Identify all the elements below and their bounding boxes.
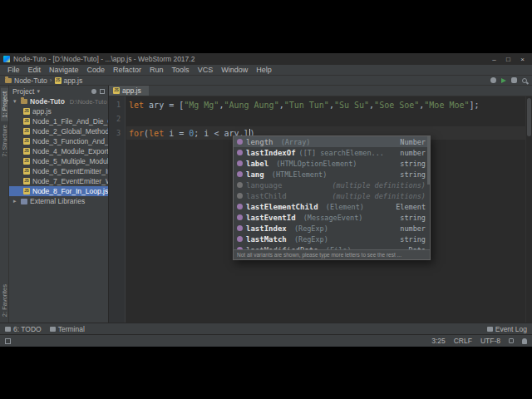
- editor-scrollbar[interactable]: [525, 96, 532, 323]
- js-file-icon: [23, 188, 30, 195]
- stripe-top-group: 1: Project7: Structure: [1, 88, 8, 160]
- tree-file-label: Node_3_Function_And_Function_Expression.…: [32, 137, 108, 145]
- status-caret-position[interactable]: 3:25: [431, 337, 446, 345]
- title-bar[interactable]: Node-Tuto - [D:\Node-Tuto] - ...\app.js …: [0, 53, 532, 65]
- completion-item[interactable]: lastElementChild (Element)Element: [234, 201, 430, 212]
- property-icon: [237, 182, 243, 188]
- completion-item[interactable]: lang (HTMLElement)string: [234, 169, 430, 180]
- terminal-icon: [50, 327, 56, 332]
- line-number: 1: [109, 98, 125, 112]
- debug-icon[interactable]: [511, 77, 517, 83]
- completion-item[interactable]: lastIndexOf([T] searchElemen...number: [234, 147, 430, 158]
- completion-item[interactable]: lastModifiedDate (File)Date: [234, 244, 430, 249]
- tree-external-libraries-row[interactable]: ▸External Libraries: [9, 196, 108, 206]
- tree-file-row[interactable]: Node_4_Module_Export_And_Import.js: [9, 146, 108, 156]
- minimize-button[interactable]: –: [488, 54, 500, 65]
- completion-item-detail: (RegExp): [290, 224, 328, 233]
- editor-tab-appjs[interactable]: app.js: [109, 86, 149, 96]
- breadcrumb-file[interactable]: app.js: [55, 76, 83, 85]
- completion-item[interactable]: length (Array)Number: [234, 136, 430, 147]
- tool-button-project[interactable]: 1: Project: [1, 88, 8, 121]
- event-log-label: Event Log: [495, 325, 527, 333]
- completion-item[interactable]: label (HTMLOptionElement)string: [234, 158, 430, 169]
- maximize-button[interactable]: □: [502, 54, 515, 65]
- scrollbar-thumb[interactable]: [527, 98, 531, 136]
- project-panel-header[interactable]: Project ▾: [9, 86, 108, 96]
- js-file-icon: [23, 148, 30, 155]
- tool-button-favorites[interactable]: 2: Favorites: [1, 281, 8, 320]
- menu-item-window[interactable]: Window: [217, 66, 252, 74]
- collapse-all-icon[interactable]: [100, 89, 105, 94]
- status-line-separator[interactable]: CRLF: [454, 337, 472, 345]
- tree-file-row[interactable]: app.js: [9, 106, 108, 116]
- tree-root-row[interactable]: ▾Node-TutoD:\Node-Tuto: [9, 96, 108, 106]
- menu-item-help[interactable]: Help: [252, 66, 276, 74]
- terminal-button[interactable]: Terminal: [50, 325, 85, 333]
- completion-item-name: lastMatch: [246, 235, 287, 244]
- tree-file-row[interactable]: Node_2_Global_Methods.js: [9, 126, 108, 136]
- tree-file-label: Node_5_Multiple_Module_Export.js: [32, 157, 108, 165]
- gear-icon[interactable]: [91, 89, 96, 94]
- menu-item-vcs[interactable]: VCS: [194, 66, 218, 74]
- completion-item[interactable]: lastIndex (RegExp)number: [234, 223, 430, 234]
- external-libraries-label: External Libraries: [30, 197, 85, 205]
- close-button[interactable]: ×: [516, 54, 529, 65]
- completion-item-name: label: [246, 160, 268, 168]
- tree-file-row[interactable]: Node_3_Function_And_Function_Expression.…: [9, 136, 108, 146]
- tree-file-row[interactable]: Node_1_File_And_Die_Output.js: [9, 116, 108, 126]
- toolwindow-switcher-icon[interactable]: [5, 338, 11, 344]
- completion-item-type: Date: [409, 246, 426, 250]
- completion-item-type: number: [400, 224, 426, 233]
- menu-item-run[interactable]: Run: [145, 66, 168, 74]
- event-log-button[interactable]: Event Log: [487, 325, 527, 333]
- completion-item-detail: ([T] searchElemen...: [299, 149, 384, 157]
- tool-button-structure[interactable]: 7: Structure: [1, 121, 8, 160]
- completion-item-type: (multiple definitions): [332, 192, 426, 200]
- code-token: "Aung Aung": [224, 101, 278, 110]
- completion-item[interactable]: lastEventId (MessageEvent)string: [234, 212, 430, 223]
- expand-arrow-icon[interactable]: ▸: [13, 198, 18, 204]
- hector-inspections-icon[interactable]: [522, 338, 527, 344]
- completion-item[interactable]: language(multiple definitions): [234, 180, 430, 190]
- chevron-down-icon[interactable]: ▾: [37, 88, 40, 95]
- run-icon[interactable]: [501, 78, 506, 83]
- tree-file-label: Node_2_Global_Methods.js: [32, 127, 108, 135]
- menu-item-navigate[interactable]: Navigate: [45, 66, 83, 74]
- folder-icon: [5, 78, 12, 83]
- completion-item-detail: (Array): [277, 138, 311, 146]
- completion-item[interactable]: lastMatch (RegExp)string: [234, 234, 430, 244]
- todo-icon: [5, 327, 11, 332]
- js-file-icon: [23, 108, 30, 115]
- completion-scrollbar[interactable]: [427, 136, 430, 185]
- menu-item-file[interactable]: File: [3, 66, 24, 74]
- tree-file-row[interactable]: Node_7_EventEmitter_With_Parameter.js: [9, 176, 108, 186]
- tree-file-row[interactable]: Node_8_For_In_Loop.js: [9, 186, 108, 196]
- lock-icon[interactable]: [509, 338, 514, 343]
- search-icon[interactable]: [522, 78, 527, 83]
- menu-item-code[interactable]: Code: [83, 66, 110, 74]
- completion-item-detail: (HTMLElement): [268, 170, 328, 179]
- completion-list: length (Array)NumberlastIndexOf([T] sear…: [234, 136, 430, 249]
- line-number: 2: [109, 112, 125, 126]
- menu-item-tools[interactable]: Tools: [168, 66, 194, 74]
- completion-item-detail: (RegExp): [290, 235, 328, 244]
- tree-root-name: Node-Tuto: [30, 97, 65, 106]
- menu-item-refactor[interactable]: Refactor: [109, 66, 145, 74]
- tree-file-row[interactable]: Node_5_Multiple_Module_Export.js: [9, 156, 108, 166]
- expand-arrow-icon[interactable]: ▾: [13, 98, 18, 105]
- completion-item[interactable]: lastChild(multiple definitions): [234, 190, 430, 201]
- settings-icon[interactable]: [490, 77, 496, 83]
- completion-footer: Not all variants are shown, please type …: [234, 249, 430, 259]
- stripe-bottom-group: 2: Favorites: [1, 281, 8, 320]
- menu-bar: FileEditNavigateCodeRefactorRunToolsVCSW…: [0, 65, 532, 76]
- js-file-icon: [23, 128, 30, 135]
- completion-item-name: length: [246, 138, 273, 146]
- webstorm-logo-icon: [3, 56, 10, 62]
- main-area: 1: Project7: Structure 2: Favorites Proj…: [0, 86, 532, 323]
- todo-button[interactable]: 6: TODO: [5, 325, 42, 333]
- breadcrumb-project[interactable]: Node-Tuto: [5, 76, 47, 85]
- tree-file-row[interactable]: Node_6_EventEmitter_Introl.js: [9, 166, 108, 176]
- code-editor[interactable]: 123 let ary = ["Mg Mg","Aung Aung","Tun …: [109, 96, 532, 323]
- status-encoding[interactable]: UTF-8: [480, 337, 500, 345]
- menu-item-edit[interactable]: Edit: [24, 66, 46, 74]
